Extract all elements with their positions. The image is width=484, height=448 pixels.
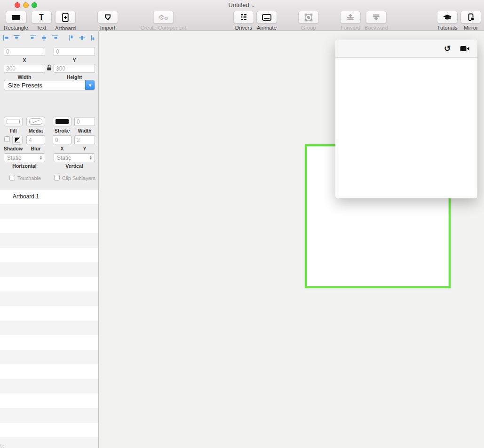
video-camera-icon: [460, 46, 469, 52]
toolbar-item-mirror: Mirror: [460, 11, 481, 31]
undo-icon: ↺: [444, 44, 451, 54]
mirror-icon: [467, 13, 475, 22]
x-label: X: [4, 57, 45, 63]
width-label: Width: [4, 74, 45, 80]
horizontal-label: Horizontal: [4, 163, 45, 169]
height-label: Height: [54, 74, 95, 80]
create-component-button[interactable]: ⚙⚙: [153, 11, 174, 24]
shadow-y-input[interactable]: [74, 135, 95, 144]
toolbar-item-artboard: Artboard: [55, 11, 76, 31]
toolbar-item-tutorials: Tutorials: [437, 11, 458, 31]
vertical-resizing-value: Static: [54, 155, 88, 161]
height-input[interactable]: [54, 64, 95, 73]
media-swatch-button[interactable]: [26, 117, 45, 126]
import-button[interactable]: [97, 11, 118, 24]
layers-list-empty-rows[interactable]: [0, 204, 98, 448]
artboard-button[interactable]: [55, 11, 76, 24]
align-vertical-center-icon[interactable]: [78, 33, 87, 42]
vertical-label: Vertical: [54, 163, 95, 169]
stepper-icon: ▲▼: [88, 156, 95, 160]
toolbar-item-create-component: ⚙⚙ Create Component: [140, 11, 186, 31]
media-swatch-icon: [29, 118, 42, 125]
shadow-blur-input[interactable]: [26, 135, 45, 144]
resize-grip[interactable]: [0, 444, 4, 448]
y-input[interactable]: [54, 47, 95, 56]
media-label: Media: [26, 128, 45, 134]
align-left-icon[interactable]: [1, 33, 10, 42]
stepper-icon: ▲▼: [38, 156, 45, 160]
toolbar-item-group: Group: [298, 11, 319, 31]
drivers-button[interactable]: [233, 11, 254, 24]
mirror-button[interactable]: [460, 11, 481, 24]
document-title: Untitled: [229, 1, 249, 8]
backward-icon: [372, 13, 381, 21]
title-chevron-down-icon: ⌄: [251, 2, 255, 8]
drivers-icon: [240, 13, 247, 21]
toolbar-item-text: T Text: [31, 11, 52, 31]
size-presets-dropdown[interactable]: Size Presets ▾: [4, 80, 95, 90]
alignment-group-divider: [61, 33, 65, 42]
width-input[interactable]: [4, 64, 45, 73]
forward-icon: [346, 13, 355, 21]
shadow-checkbox[interactable]: [4, 136, 10, 142]
toolbar-item-forward: Forward: [340, 11, 361, 31]
shadow-label: Shadow: [2, 146, 24, 151]
alignment-toolbar: [0, 33, 98, 42]
animate-icon: [262, 14, 272, 21]
blur-label: Blur: [26, 146, 45, 151]
toolbar-item-drivers: Drivers: [233, 11, 254, 31]
stroke-width-label: Width: [74, 128, 95, 134]
layer-name: Artboard 1: [13, 193, 39, 200]
layers-list: Artboard 1: [0, 189, 98, 448]
x-input[interactable]: [4, 47, 45, 56]
tutorials-button[interactable]: [437, 11, 458, 24]
inspector-sidebar: X Y Width Height Size Presets ▾ Fill Med…: [0, 31, 99, 448]
align-horizontal-right-icon[interactable]: [50, 33, 59, 42]
record-button[interactable]: [459, 39, 471, 58]
clip-sublayers-checkbox[interactable]: [54, 175, 60, 181]
window-title[interactable]: Untitled ⌄: [0, 1, 484, 8]
undo-button[interactable]: ↺: [442, 39, 453, 58]
fill-label: Fill: [4, 128, 23, 134]
shadow-swatch-button[interactable]: [12, 135, 23, 145]
fill-swatch: [7, 119, 20, 124]
preview-panel-body[interactable]: [335, 58, 477, 198]
forward-button[interactable]: [340, 11, 361, 24]
stroke-width-input[interactable]: [74, 117, 95, 126]
shadow-x-input[interactable]: [53, 135, 71, 144]
toolbar: Untitled ⌄ Rectangle T Text Artboard Imp…: [0, 0, 484, 31]
toolbar-item-backward: Backward: [365, 11, 389, 31]
toolbar-item-rectangle: Rectangle: [4, 11, 28, 31]
shadow-x-label: X: [53, 146, 71, 151]
toolbar-item-animate: Animate: [256, 11, 277, 31]
align-horizontal-left-icon[interactable]: [29, 33, 38, 42]
horizontal-resizing-value: Static: [4, 155, 38, 161]
size-presets-chevron-down-icon: ▾: [85, 80, 95, 90]
horizontal-resizing-select[interactable]: Static ▲▼: [4, 153, 45, 162]
lock-aspect-ratio-icon[interactable]: [47, 64, 52, 73]
text-icon: T: [39, 14, 44, 21]
layer-item-artboard-1[interactable]: Artboard 1: [0, 189, 98, 204]
preview-panel-header[interactable]: ↺: [335, 39, 477, 58]
align-vertical-top-icon[interactable]: [67, 33, 76, 42]
align-top-icon[interactable]: [12, 33, 21, 42]
animate-button[interactable]: [256, 11, 277, 24]
touchable-checkbox[interactable]: [9, 175, 15, 181]
align-horizontal-center-icon[interactable]: [40, 33, 48, 42]
align-vertical-bottom-icon[interactable]: [88, 33, 97, 42]
alignment-group-divider: [23, 33, 27, 42]
stroke-swatch-button[interactable]: [53, 117, 71, 126]
text-button[interactable]: T: [31, 11, 52, 24]
y-label: Y: [54, 57, 95, 63]
stroke-label: Stroke: [53, 128, 71, 134]
canvas[interactable]: ↺: [99, 31, 484, 448]
touchable-label: Touchable: [17, 175, 41, 181]
size-presets-label: Size Presets: [4, 82, 85, 89]
backward-button[interactable]: [366, 11, 387, 24]
fill-swatch-button[interactable]: [4, 117, 23, 126]
rectangle-button[interactable]: [6, 11, 26, 24]
group-button[interactable]: [298, 11, 319, 24]
stroke-swatch: [56, 119, 69, 124]
rectangle-icon: [11, 14, 21, 21]
vertical-resizing-select[interactable]: Static ▲▼: [54, 153, 95, 162]
